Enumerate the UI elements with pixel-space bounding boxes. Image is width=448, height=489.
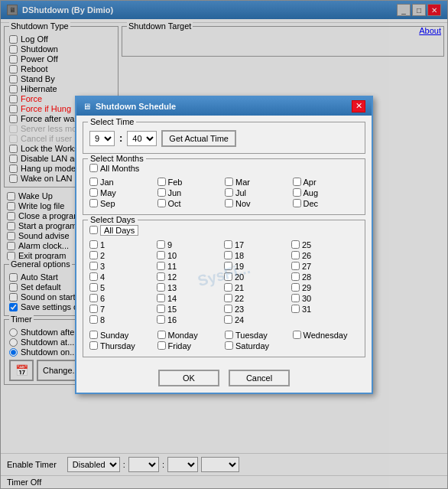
month-aug[interactable]: Aug xyxy=(293,188,359,197)
day-20[interactable]: 20 xyxy=(224,272,291,282)
select-days-title: Select Days xyxy=(88,215,138,224)
day-17[interactable]: 17 xyxy=(224,240,291,249)
month-sep[interactable]: Sep xyxy=(89,199,156,208)
days-grid: 1 9 17 25 2 10 18 26 3 11 19 27 4 12 xyxy=(89,240,359,324)
month-feb[interactable]: Feb xyxy=(157,178,224,187)
day-21[interactable]: 21 xyxy=(224,283,291,292)
day-19[interactable]: 19 xyxy=(224,262,291,271)
day-27[interactable]: 27 xyxy=(291,262,359,271)
day-2[interactable]: 2 xyxy=(89,251,157,260)
hour-select[interactable]: 9 xyxy=(89,131,115,146)
select-days-group: Select Days All Days SysFi... 1 9 17 25 … xyxy=(83,220,365,357)
day-29[interactable]: 29 xyxy=(291,283,359,292)
day-5[interactable]: 5 xyxy=(89,283,157,292)
day-14[interactable]: 14 xyxy=(157,294,224,303)
modal-buttons: OK Cancel xyxy=(76,363,372,393)
day-3[interactable]: 3 xyxy=(89,262,157,271)
all-months-row: All Months xyxy=(89,164,359,173)
month-dec[interactable]: Dec xyxy=(293,199,359,208)
get-actual-time-button[interactable]: Get Actual Time xyxy=(161,130,236,147)
select-months-title: Select Months xyxy=(88,154,146,163)
all-months-label: All Months xyxy=(100,164,139,173)
modal-overlay: 🖥 Shutdown Schedule ✕ Select Time 9 : 40… xyxy=(0,0,448,489)
weekdays-grid: Sunday Monday Tuesday Wednesday Thursday… xyxy=(89,331,359,350)
day-10[interactable]: 10 xyxy=(157,251,224,260)
day-18[interactable]: 18 xyxy=(224,251,291,260)
all-days-label: All Days xyxy=(100,225,138,236)
month-jul[interactable]: Jul xyxy=(225,188,291,197)
day-16[interactable]: 16 xyxy=(157,315,224,324)
day-31[interactable]: 31 xyxy=(291,305,359,314)
modal-body: Select Time 9 : 40 Get Actual Time Selec… xyxy=(76,116,372,363)
months-grid: Jan Feb Mar Apr May Jun Jul Aug Sep Oct … xyxy=(89,178,359,208)
weekday-friday[interactable]: Friday xyxy=(157,341,224,350)
time-colon: : xyxy=(119,132,122,144)
weekday-sunday[interactable]: Sunday xyxy=(89,331,156,340)
all-months-checkbox[interactable] xyxy=(89,164,98,172)
month-jun[interactable]: Jun xyxy=(157,188,224,197)
select-time-title: Select Time xyxy=(88,117,136,126)
day-empty xyxy=(291,315,359,324)
all-days-row: All Days xyxy=(89,225,359,236)
month-nov[interactable]: Nov xyxy=(225,199,291,208)
day-15[interactable]: 15 xyxy=(157,305,224,314)
time-row: 9 : 40 Get Actual Time xyxy=(89,130,359,147)
day-6[interactable]: 6 xyxy=(89,294,157,303)
day-26[interactable]: 26 xyxy=(291,251,359,260)
modal-title: Shutdown Schedule xyxy=(96,102,176,111)
weekday-wednesday[interactable]: Wednesday xyxy=(293,331,359,340)
select-months-group: Select Months All Months Jan Feb Mar Apr… xyxy=(83,158,365,215)
cancel-button[interactable]: Cancel xyxy=(229,370,290,386)
weekday-monday[interactable]: Monday xyxy=(157,331,224,340)
day-11[interactable]: 11 xyxy=(157,262,224,271)
modal-icon: 🖥 xyxy=(83,102,91,111)
day-7[interactable]: 7 xyxy=(89,305,157,314)
shutdown-schedule-modal: 🖥 Shutdown Schedule ✕ Select Time 9 : 40… xyxy=(75,96,373,394)
ok-button[interactable]: OK xyxy=(158,370,219,386)
weekday-tuesday[interactable]: Tuesday xyxy=(225,331,291,340)
day-23[interactable]: 23 xyxy=(224,305,291,314)
day-8[interactable]: 8 xyxy=(89,315,157,324)
select-time-group: Select Time 9 : 40 Get Actual Time xyxy=(83,122,365,154)
weekday-thursday[interactable]: Thursday xyxy=(89,341,156,350)
month-jan[interactable]: Jan xyxy=(89,178,156,187)
day-1[interactable]: 1 xyxy=(89,240,157,249)
day-24[interactable]: 24 xyxy=(224,315,291,324)
modal-title-left: 🖥 Shutdown Schedule xyxy=(83,102,176,111)
month-oct[interactable]: Oct xyxy=(157,199,224,208)
day-28[interactable]: 28 xyxy=(291,272,359,282)
minute-select[interactable]: 40 xyxy=(127,131,157,146)
month-apr[interactable]: Apr xyxy=(293,178,359,187)
day-12[interactable]: 12 xyxy=(157,272,224,282)
modal-close-button[interactable]: ✕ xyxy=(352,100,365,112)
day-9[interactable]: 9 xyxy=(157,240,224,249)
day-13[interactable]: 13 xyxy=(157,283,224,292)
month-mar[interactable]: Mar xyxy=(225,178,291,187)
modal-title-bar: 🖥 Shutdown Schedule ✕ xyxy=(76,97,372,116)
day-4[interactable]: 4 xyxy=(89,272,157,282)
all-days-checkbox[interactable] xyxy=(89,226,98,234)
weekday-saturday[interactable]: Saturday xyxy=(225,341,291,350)
day-30[interactable]: 30 xyxy=(291,294,359,303)
month-may[interactable]: May xyxy=(89,188,156,197)
day-25[interactable]: 25 xyxy=(291,240,359,249)
day-22[interactable]: 22 xyxy=(224,294,291,303)
weekday-empty xyxy=(293,341,359,350)
